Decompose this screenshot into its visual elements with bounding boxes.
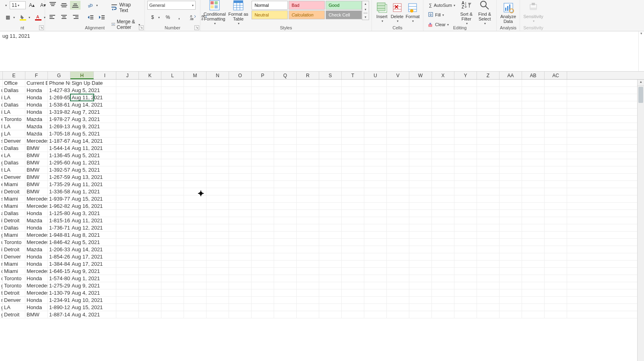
group-cells: Insert▾ Delete▾ Format▾ Cells <box>372 0 423 31</box>
conditional-formatting-label: Conditional Formatting <box>203 12 226 21</box>
svg-rect-2 <box>35 19 41 21</box>
wrap-text-icon <box>111 4 118 11</box>
style-bad[interactable]: Bad <box>289 1 325 10</box>
svg-rect-28 <box>111 4 117 5</box>
align-middle-button[interactable] <box>59 1 69 10</box>
style-calculation[interactable]: Calculation <box>289 10 325 19</box>
svg-text:A: A <box>36 14 39 19</box>
autosum-icon: ∑ <box>428 2 433 8</box>
increase-indent-icon <box>99 14 105 21</box>
style-check-cell[interactable]: Check Cell <box>326 10 362 19</box>
svg-rect-27 <box>101 18 105 19</box>
font-dialog-launcher[interactable]: ↘ <box>39 25 44 30</box>
comma-format-button[interactable]: , <box>174 13 184 22</box>
decrease-indent-icon <box>87 14 94 21</box>
align-right-button[interactable] <box>70 13 80 22</box>
sensitivity-button[interactable]: Sensitivity▾ <box>522 1 544 25</box>
find-select-button[interactable]: Find & Select▾ <box>476 1 494 25</box>
comma-icon: , <box>176 14 182 21</box>
insert-cells-icon <box>376 2 388 13</box>
group-font: ▾ 11 ▾ A▴ A▾ ▦▾ ▾ <box>0 0 45 31</box>
percent-format-button[interactable]: % <box>163 13 173 22</box>
svg-rect-20 <box>75 16 78 17</box>
svg-text:.0: .0 <box>190 15 192 18</box>
alignment-dialog-launcher[interactable]: ↘ <box>139 25 144 30</box>
group-label-font: nt <box>0 25 45 31</box>
svg-rect-13 <box>50 15 55 16</box>
svg-text:.00: .00 <box>190 18 194 21</box>
svg-point-61 <box>481 1 486 7</box>
formula-bar-value: ug 11, 2021 <box>2 33 30 39</box>
svg-rect-24 <box>90 18 93 19</box>
style-normal[interactable]: Normal <box>252 1 288 10</box>
style-good[interactable]: Good <box>326 1 362 10</box>
format-as-table-button[interactable]: Format as Table ▾ <box>227 1 250 25</box>
svg-rect-4 <box>50 4 55 4</box>
fill-label: Fill <box>435 12 441 17</box>
increase-font-button[interactable]: A▴ <box>27 1 37 10</box>
format-as-table-label: Format as Table <box>227 12 250 21</box>
increase-decimal-icon: .0.00 <box>190 14 196 21</box>
svg-rect-35 <box>211 1 214 4</box>
svg-point-55 <box>410 9 413 12</box>
align-bottom-button[interactable] <box>70 1 80 10</box>
sort-filter-label: Sort & Filter <box>458 12 475 21</box>
formula-bar-expand-button[interactable]: ▾ <box>638 31 644 71</box>
svg-rect-10 <box>73 5 78 6</box>
font-size-value: 11 <box>12 2 17 8</box>
svg-rect-69 <box>530 8 537 10</box>
group-analysis: Analyze Data Analysis <box>497 0 520 31</box>
svg-rect-14 <box>50 16 53 17</box>
format-cells-icon <box>407 2 418 13</box>
borders-button[interactable]: ▦▾ <box>2 13 17 22</box>
fill-color-button[interactable]: ▾ <box>18 13 32 22</box>
svg-rect-23 <box>90 17 93 18</box>
fill-button[interactable]: Fill ▾ <box>426 10 457 19</box>
svg-rect-40 <box>233 3 243 10</box>
svg-rect-26 <box>101 17 105 18</box>
style-neutral[interactable]: Neutral <box>252 10 288 19</box>
accounting-format-button[interactable]: $▾ <box>147 13 162 22</box>
align-center-button[interactable] <box>59 13 69 22</box>
analyze-data-label: Analyze Data <box>500 14 517 24</box>
sensitivity-label: Sensitivity <box>523 14 543 19</box>
align-center-icon <box>61 14 67 21</box>
delete-cells-button[interactable]: Delete▾ <box>390 1 405 25</box>
formula-bar-input[interactable]: ug 11, 2021 <box>0 31 638 71</box>
percent-icon: % <box>165 14 171 21</box>
orientation-button[interactable]: ab▾ <box>85 1 100 10</box>
align-top-button[interactable] <box>47 1 58 10</box>
svg-rect-36 <box>215 1 218 4</box>
svg-rect-5 <box>51 5 54 6</box>
decrease-indent-button[interactable] <box>85 13 96 22</box>
formula-bar: ug 11, 2021 ▾ <box>0 31 644 72</box>
insert-cells-button[interactable]: Insert▾ <box>374 1 390 25</box>
sort-filter-icon: AZ <box>461 0 472 11</box>
sort-filter-button[interactable]: AZ Sort & Filter▾ <box>457 1 476 25</box>
conditional-formatting-button[interactable]: Conditional Formatting ▾ <box>203 1 227 25</box>
svg-rect-15 <box>50 18 54 19</box>
number-format-dropdown[interactable]: General ▾ <box>147 1 196 10</box>
svg-line-62 <box>485 6 489 9</box>
svg-text:ab: ab <box>87 2 93 8</box>
font-size-input[interactable]: 11 ▾ <box>10 1 26 9</box>
cell-styles-more-button[interactable]: ▴▾▾ <box>362 1 369 20</box>
align-left-button[interactable] <box>47 13 58 22</box>
font-picker-button[interactable]: ▾ <box>2 2 9 8</box>
svg-rect-6 <box>62 3 66 4</box>
wrap-text-button[interactable]: Wrap Text <box>109 1 142 14</box>
align-bottom-icon <box>72 2 78 8</box>
svg-rect-65 <box>507 6 508 11</box>
number-dialog-launcher[interactable]: ↘ <box>194 25 199 30</box>
format-cells-button[interactable]: Format▾ <box>405 1 421 25</box>
increase-decimal-button[interactable]: .0.00 <box>188 13 198 22</box>
svg-rect-68 <box>530 4 537 9</box>
autosum-button[interactable]: ∑ AutoSum ▾ <box>426 1 457 10</box>
svg-rect-21 <box>74 18 78 19</box>
increase-indent-button[interactable] <box>97 13 107 22</box>
ribbon: ▾ 11 ▾ A▴ A▾ ▦▾ ▾ <box>0 0 644 31</box>
group-label-number: Number <box>145 25 200 31</box>
analyze-data-button[interactable]: Analyze Data <box>499 1 517 25</box>
svg-rect-39 <box>233 0 243 3</box>
svg-rect-7 <box>61 5 67 6</box>
